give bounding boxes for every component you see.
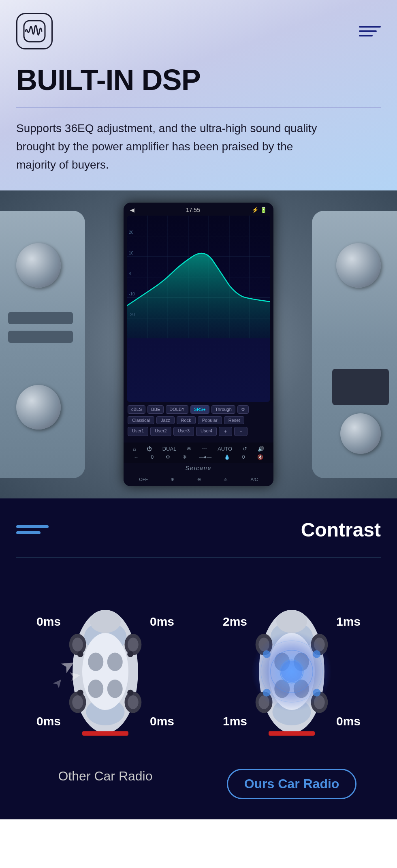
- ctrl-extra[interactable]: ⚙: [237, 405, 249, 414]
- home-icon[interactable]: ⌂: [133, 446, 136, 452]
- preset-rock[interactable]: Rock: [177, 416, 196, 424]
- right-rectangle: [332, 369, 389, 405]
- left-strip-2: [8, 331, 73, 343]
- svg-rect-40: [82, 731, 128, 735]
- svg-text:-10: -10: [129, 292, 135, 296]
- ctrl-dolby[interactable]: DOLBY: [166, 405, 188, 414]
- snowflake-icon[interactable]: ❄: [187, 446, 191, 452]
- mute-icon[interactable]: 🔇: [257, 454, 263, 460]
- our-ms-bottom-right: 0ms: [336, 714, 361, 728]
- volume-icon[interactable]: 🔊: [258, 446, 264, 452]
- ac-hw[interactable]: A/C: [250, 477, 258, 482]
- svg-text:-20: -20: [129, 312, 135, 316]
- our-car-svg: [243, 594, 340, 748]
- ctrl-srs[interactable]: SRS●: [190, 405, 209, 414]
- back-arrow: ◀: [130, 207, 134, 213]
- user-minus[interactable]: －: [234, 427, 248, 436]
- screen-statusbar: ◀ 17:55 ⚡ 🔋: [124, 203, 273, 216]
- cars-comparison: 0ms 0ms 0ms 0ms ➤ ➤ ➤: [16, 582, 381, 799]
- svg-point-32: [88, 652, 103, 671]
- left-panel: [0, 211, 85, 478]
- power-icon[interactable]: ⏻: [147, 446, 152, 452]
- user-4[interactable]: User4: [196, 427, 217, 436]
- contrast-divider: [16, 557, 381, 558]
- warning-hw[interactable]: ⚠: [224, 477, 228, 482]
- other-ms-bottom-left: 0ms: [36, 714, 61, 728]
- preset-reset[interactable]: Reset: [224, 416, 245, 424]
- svg-point-37: [127, 651, 133, 657]
- contrast-title: Contrast: [301, 519, 381, 541]
- dashboard: ◀ 17:55 ⚡ 🔋: [0, 190, 397, 498]
- ac-icon[interactable]: 💧: [224, 454, 230, 460]
- contrast-line-2: [16, 531, 41, 534]
- screen-inner: ◀ 17:55 ⚡ 🔋: [124, 203, 273, 486]
- header-section: BUILT-IN DSP Supports 36EQ adjustment, a…: [0, 0, 397, 190]
- header-top: [16, 13, 381, 49]
- svg-point-22: [90, 610, 121, 633]
- fan-hw[interactable]: ❋: [197, 477, 201, 482]
- preset-jazz[interactable]: Jazz: [156, 416, 175, 424]
- other-ms-top-left: 0ms: [36, 615, 61, 629]
- left-knob-bottom: [16, 385, 61, 430]
- svg-point-25: [72, 637, 83, 651]
- svg-point-59: [313, 650, 320, 658]
- eq-grid-svg: 20 10 4 -10 -20: [127, 216, 270, 338]
- logo-icon: [22, 19, 47, 43]
- svg-point-65: [281, 661, 302, 682]
- svg-point-39: [127, 689, 133, 695]
- logo: [16, 13, 53, 49]
- hamburger-button[interactable]: [359, 26, 381, 36]
- screen-icons: ⚡ 🔋: [252, 207, 267, 213]
- our-car-label-btn[interactable]: Ours Car Radio: [227, 769, 357, 799]
- svg-point-36: [77, 651, 83, 657]
- recycle-icon[interactable]: ↺: [243, 446, 247, 452]
- auto-label: AUTO: [218, 446, 232, 452]
- arrow-left[interactable]: ←: [134, 454, 139, 460]
- ctrl-through[interactable]: Through: [211, 405, 235, 414]
- svg-point-49: [314, 637, 325, 651]
- page-title: BUILT-IN DSP: [16, 64, 381, 96]
- screen-time: 17:55: [186, 207, 200, 213]
- title-divider: [16, 107, 381, 108]
- user-row: User1 User2 User3 User4 ＋ －: [128, 427, 269, 436]
- svg-text:10: 10: [129, 251, 134, 255]
- fan-icon[interactable]: ⚙: [166, 454, 170, 460]
- user-2[interactable]: User2: [150, 427, 171, 436]
- ctrl-cbls[interactable]: cBLS: [128, 405, 145, 414]
- user-1[interactable]: User1: [128, 427, 148, 436]
- ctrl-bbe[interactable]: BBE: [147, 405, 164, 414]
- bottom-row-2: ← 0 ⚙ ❋ —●— 💧 0 🔇: [128, 454, 269, 460]
- bottom-bar: ⌂ ⏻ DUAL ❄ 〰 AUTO ↺ 🔊 ← 0 ⚙ ❋ —●—: [124, 443, 273, 463]
- svg-rect-66: [269, 731, 315, 735]
- our-car-wrapper: 2ms 1ms 1ms 0ms: [223, 582, 361, 761]
- svg-point-27: [128, 637, 139, 651]
- contrast-section: Contrast 0ms 0ms 0ms 0ms ➤ ➤ ➤: [0, 498, 397, 819]
- temp-left: 0: [151, 454, 154, 460]
- bottom-row-1: ⌂ ⏻ DUAL ❄ 〰 AUTO ↺ 🔊: [128, 446, 269, 452]
- other-ms-bottom-right: 0ms: [150, 714, 174, 728]
- our-ms-bottom-left: 1ms: [223, 714, 247, 728]
- user-add[interactable]: ＋: [219, 427, 232, 436]
- svg-point-47: [258, 637, 269, 651]
- bottom-hardware-controls: OFF ❄ ❋ ⚠ A/C: [124, 473, 273, 486]
- right-knob-top: [336, 243, 381, 288]
- right-knob-bottom: [340, 413, 381, 454]
- left-knob-top: [16, 243, 61, 288]
- right-panel: [312, 211, 397, 478]
- snowflake-hw[interactable]: ❄: [171, 477, 174, 482]
- preset-classical[interactable]: Classical: [128, 416, 154, 424]
- svg-point-33: [107, 652, 123, 671]
- brand-text: Seicane: [124, 463, 273, 473]
- preset-row: Classical Jazz Rock Popular Reset: [128, 416, 269, 424]
- fan-icon-2[interactable]: ❋: [183, 454, 187, 460]
- svg-point-23: [82, 633, 128, 710]
- contrast-header: Contrast: [16, 519, 381, 541]
- wave-icon[interactable]: 〰: [202, 446, 207, 452]
- contrast-line-1: [16, 525, 49, 528]
- svg-point-44: [276, 610, 307, 633]
- user-3[interactable]: User3: [173, 427, 194, 436]
- other-ms-top-right: 0ms: [150, 615, 174, 629]
- preset-popular[interactable]: Popular: [198, 416, 222, 424]
- other-car-label: Other Car Radio: [58, 769, 153, 784]
- off-btn[interactable]: OFF: [139, 477, 148, 482]
